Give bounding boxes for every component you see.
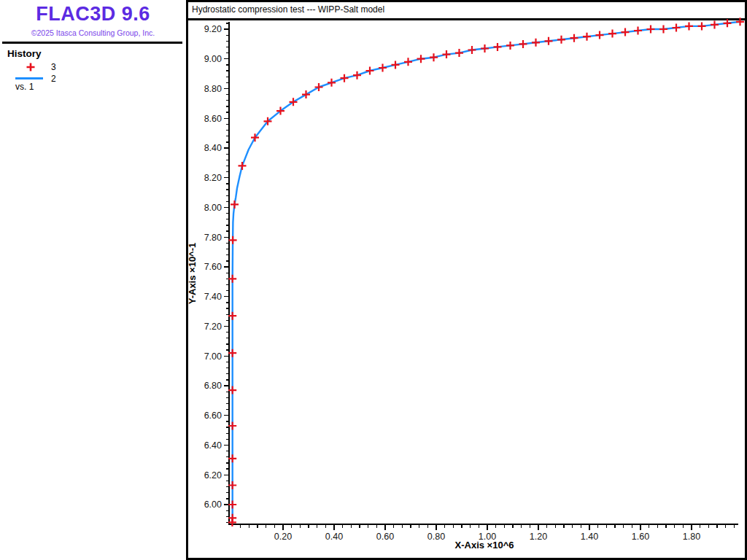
plus-marker	[468, 46, 476, 54]
plus-marker	[392, 61, 400, 69]
plus-marker	[532, 39, 540, 47]
plot-area[interactable]: 6.006.206.406.606.807.007.207.407.607.80…	[188, 20, 745, 558]
y-tick-label: 8.40	[204, 143, 222, 153]
plus-marker	[608, 30, 616, 38]
y-tick-label: 8.20	[204, 173, 222, 183]
y-tick-label: 7.80	[204, 233, 222, 243]
plus-marker	[685, 22, 693, 30]
plus-marker	[417, 55, 425, 63]
y-tick-label: 9.20	[204, 24, 222, 34]
plus-marker	[557, 36, 565, 44]
x-tick-label: 0.20	[274, 532, 292, 542]
plus-marker	[570, 34, 578, 42]
x-tick-label: 0.60	[376, 532, 394, 542]
x-tick-label: 1.60	[632, 532, 649, 542]
plus-marker	[494, 43, 502, 51]
plus-marker	[404, 58, 412, 66]
plus-marker	[231, 201, 239, 209]
plot-canvas: 6.006.206.406.606.807.007.207.407.607.80…	[0, 0, 747, 560]
x-tick-label: 1.80	[683, 532, 700, 542]
y-tick-label: 7.00	[204, 351, 222, 362]
plus-marker	[366, 67, 374, 75]
y-tick-label: 8.80	[204, 84, 222, 94]
x-tick-label: 1.20	[530, 532, 547, 542]
y-axis-title: Y-Axis ×10^-1	[187, 243, 198, 305]
flac3d-plot-window: FLAC3D 9.6 ©2025 Itasca Consulting Group…	[0, 0, 747, 560]
y-tick-label: 8.00	[204, 203, 222, 213]
plus-marker	[229, 236, 237, 244]
y-tick-label: 7.20	[204, 322, 222, 332]
plus-marker	[239, 162, 247, 170]
series-line-history-2	[232, 22, 740, 523]
plus-marker	[315, 83, 323, 91]
plus-marker	[519, 40, 527, 48]
y-tick-label: 6.00	[204, 499, 222, 510]
plus-marker	[711, 20, 719, 28]
y-tick-label: 9.00	[204, 54, 222, 64]
y-tick-label: 6.60	[204, 411, 222, 421]
plus-marker	[443, 50, 451, 58]
x-tick-label: 0.80	[427, 532, 445, 542]
y-tick-label: 7.40	[204, 292, 222, 302]
plus-marker	[659, 26, 667, 34]
plus-marker	[622, 28, 630, 36]
plus-marker	[353, 71, 361, 79]
plus-marker	[341, 74, 349, 82]
plus-marker	[506, 42, 514, 50]
y-tick-label: 6.20	[204, 470, 222, 481]
plus-marker	[698, 22, 706, 30]
plus-marker	[328, 79, 336, 87]
plus-marker	[481, 44, 489, 52]
plus-marker	[379, 64, 387, 72]
plus-marker	[673, 24, 681, 32]
y-tick-label: 8.60	[204, 114, 222, 124]
tick-labels: 6.006.206.406.606.807.007.207.407.607.80…	[204, 24, 701, 542]
y-tick-label: 6.40	[204, 440, 222, 451]
x-axis-title: X-Axis ×10^6	[455, 540, 514, 551]
plus-marker	[302, 90, 310, 98]
plus-marker	[430, 53, 438, 61]
plus-marker	[545, 37, 553, 45]
plus-marker	[647, 26, 655, 34]
plus-marker	[724, 19, 732, 27]
plus-marker	[596, 31, 604, 39]
plus-marker	[455, 49, 463, 57]
x-tick-label: 1.40	[581, 532, 598, 542]
y-tick-label: 7.60	[204, 262, 222, 272]
y-tick-label: 6.80	[204, 381, 222, 391]
plus-marker	[736, 18, 744, 26]
x-tick-label: 0.40	[325, 532, 343, 542]
plus-marker	[634, 27, 642, 35]
plus-marker	[583, 33, 591, 41]
series-markers-history-3	[228, 18, 744, 526]
